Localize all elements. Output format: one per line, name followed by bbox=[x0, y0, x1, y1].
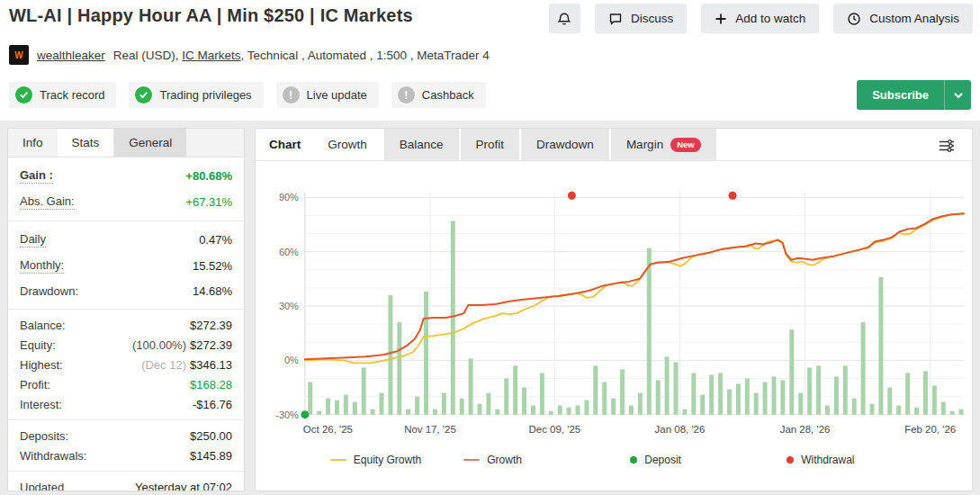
stats-group-meta: Updated Yesterday at 07:02 Tracking 0 bbox=[8, 472, 244, 491]
subscribe-split-button[interactable]: Subscribe bbox=[857, 80, 971, 110]
sliders-icon bbox=[938, 143, 956, 157]
svg-text:60%: 60% bbox=[279, 247, 299, 257]
tab-drawdown[interactable]: Drawdown bbox=[521, 129, 609, 160]
add-to-watch-label: Add to watch bbox=[735, 12, 805, 25]
stats-group-deposits: Deposits: $250.00 Withdrawals: $145.89 bbox=[8, 420, 244, 472]
tab-general[interactable]: General bbox=[114, 129, 186, 157]
svg-text:Jan 28, '26: Jan 28, '26 bbox=[780, 424, 831, 435]
legend-label: Equity Growth bbox=[354, 454, 421, 466]
badges-row: Track record Trading privileges ! Live u… bbox=[9, 80, 973, 110]
svg-text:Oct 26, '25: Oct 26, '25 bbox=[303, 424, 353, 435]
main-content: Info Stats General Gain : +80.68% Abs. G… bbox=[0, 121, 980, 495]
stat-row-gain: Gain : +80.68% bbox=[8, 163, 244, 189]
stat-value: +80.68% bbox=[185, 169, 232, 183]
check-icon bbox=[135, 86, 152, 104]
stat-row-monthly: Monthly: 15.52% bbox=[8, 253, 244, 279]
badge-label: Cashback bbox=[422, 88, 474, 102]
legend-label: Withdrawal bbox=[801, 454, 854, 466]
stat-row-withdrawals: Withdrawals: $145.89 bbox=[8, 446, 244, 465]
plus-icon bbox=[715, 13, 727, 25]
tab-stats[interactable]: Stats bbox=[58, 129, 115, 157]
legend-item-withdrawal: Withdrawal bbox=[787, 454, 854, 466]
account-meta: Real (USD), IC Markets, Technical , Auto… bbox=[113, 49, 490, 62]
stat-label: Highest: bbox=[20, 358, 63, 372]
stats-panel: Info Stats General Gain : +80.68% Abs. G… bbox=[7, 128, 245, 491]
stat-label: Abs. Gain: bbox=[20, 194, 75, 210]
svg-text:Nov 17, '25: Nov 17, '25 bbox=[404, 424, 456, 435]
growth-swatch bbox=[463, 459, 480, 461]
badge-label: Live update bbox=[307, 88, 367, 102]
stat-label: Drawdown: bbox=[20, 284, 78, 298]
stat-value-prefix: (Dec 12) bbox=[141, 358, 186, 372]
stat-value: (100.00%)$272.39 bbox=[132, 338, 232, 352]
stat-row-updated: Updated Yesterday at 07:02 bbox=[8, 477, 244, 491]
exclamation-icon: ! bbox=[398, 86, 415, 104]
avatar: W bbox=[9, 45, 29, 65]
bell-icon bbox=[557, 12, 571, 26]
stat-value: (Dec 12)$346.13 bbox=[141, 358, 232, 372]
alerts-button[interactable] bbox=[549, 4, 580, 33]
stat-row-daily: Daily 0.47% bbox=[8, 227, 244, 253]
svg-text:Feb 20, '26: Feb 20, '26 bbox=[904, 424, 956, 435]
check-icon bbox=[15, 86, 32, 104]
clock-icon bbox=[847, 12, 861, 26]
tab-growth[interactable]: Growth bbox=[312, 129, 382, 160]
add-to-watch-button[interactable]: Add to watch bbox=[701, 4, 819, 33]
stat-value: +67.31% bbox=[185, 195, 232, 209]
custom-analysis-button[interactable]: Custom Analysis bbox=[833, 4, 973, 33]
badge-trading-privileges: Trading privileges bbox=[129, 82, 263, 108]
chart-legend: Equity Growth Growth Deposit Withdrawal bbox=[256, 449, 971, 472]
chart-tabs: Chart Growth Balance Profit Drawdown Mar… bbox=[256, 129, 972, 161]
stat-label: Interest: bbox=[20, 398, 62, 411]
svg-text:-30%: -30% bbox=[275, 410, 299, 420]
tab-profit[interactable]: Profit bbox=[461, 129, 520, 160]
badge-live-update: ! Live update bbox=[276, 82, 379, 108]
stat-row-deposits: Deposits: $250.00 bbox=[8, 426, 244, 446]
badge-label: Track record bbox=[40, 88, 104, 102]
tab-info[interactable]: Info bbox=[8, 129, 58, 157]
username-link[interactable]: wealthleaker bbox=[37, 49, 105, 62]
verification-badges: Track record Trading privileges ! Live u… bbox=[9, 82, 486, 108]
tab-margin[interactable]: Margin New bbox=[611, 129, 716, 160]
broker-link[interactable]: IC Markets bbox=[182, 49, 240, 62]
stats-group-rates: Daily 0.47% Monthly: 15.52% Drawdown: 14… bbox=[8, 221, 244, 310]
stat-value: 15.52% bbox=[193, 259, 232, 273]
stat-value: $168.28 bbox=[190, 378, 232, 392]
chart-settings-button[interactable] bbox=[936, 136, 958, 158]
account-info-row: W wealthleaker Real (USD), IC Markets, T… bbox=[9, 45, 973, 65]
stat-label: Monthly: bbox=[20, 258, 64, 274]
page-title: WL-AI | Happy Hour AA | Min $250 | IC Ma… bbox=[9, 5, 413, 26]
stat-value: 0.47% bbox=[199, 233, 232, 247]
chart-panel: Chart Growth Balance Profit Drawdown Mar… bbox=[255, 128, 973, 491]
custom-analysis-label: Custom Analysis bbox=[869, 12, 959, 25]
tab-margin-label: Margin bbox=[626, 138, 663, 151]
stat-row-drawdown: Drawdown: 14.68% bbox=[8, 279, 244, 303]
chevron-down-icon[interactable] bbox=[944, 80, 971, 110]
legend-label: Deposit bbox=[644, 454, 681, 466]
discuss-button[interactable]: Discuss bbox=[595, 4, 687, 33]
stat-label: Balance: bbox=[20, 319, 66, 332]
account-meta-suffix: , Technical , Automated , 1:500 , MetaTr… bbox=[241, 49, 490, 62]
badge-label: Trading privileges bbox=[159, 88, 251, 102]
discuss-label: Discuss bbox=[631, 12, 673, 25]
stat-label: Deposits: bbox=[20, 429, 68, 443]
stat-value: Yesterday at 07:02 bbox=[135, 481, 232, 492]
svg-text:Jan 08, '26: Jan 08, '26 bbox=[655, 424, 706, 435]
account-meta-prefix: Real (USD), bbox=[113, 49, 179, 62]
legend-label: Growth bbox=[487, 454, 522, 466]
subscribe-button[interactable]: Subscribe bbox=[857, 80, 944, 110]
stat-label: Daily bbox=[20, 232, 46, 248]
stat-value: $272.39 bbox=[190, 319, 232, 332]
svg-text:90%: 90% bbox=[279, 192, 299, 202]
legend-item-deposit: Deposit bbox=[630, 454, 681, 466]
stat-row-interest: Interest: -$16.76 bbox=[8, 394, 244, 414]
stat-value: $250.00 bbox=[190, 429, 232, 443]
discuss-icon bbox=[608, 12, 623, 26]
stat-value: -$16.76 bbox=[193, 398, 232, 411]
stat-value: 14.68% bbox=[193, 284, 232, 298]
stat-value: $145.89 bbox=[190, 449, 232, 463]
tab-balance[interactable]: Balance bbox=[384, 129, 459, 160]
stat-label: Gain : bbox=[20, 168, 53, 184]
badge-cashback: ! Cashback bbox=[391, 82, 486, 108]
stat-row-highest: Highest: (Dec 12)$346.13 bbox=[8, 355, 244, 374]
